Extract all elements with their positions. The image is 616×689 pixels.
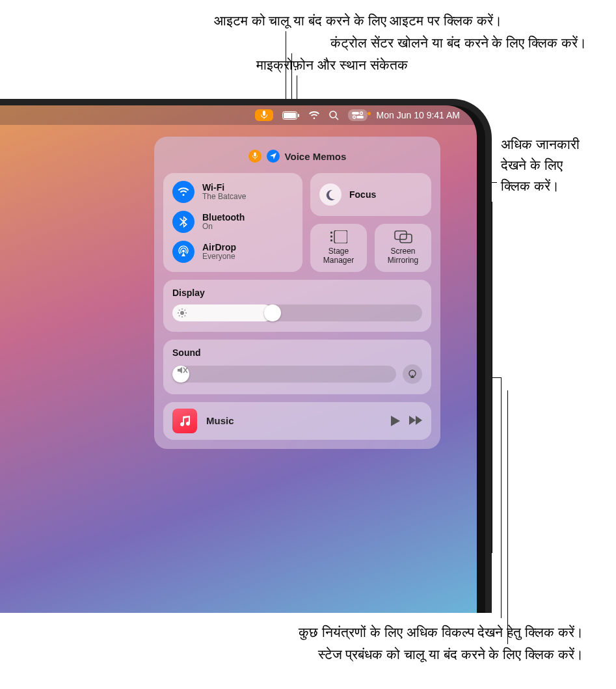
wifi-icon <box>308 111 320 120</box>
focus-label: Focus <box>349 189 376 200</box>
connectivity-tile[interactable]: Wi-Fi The Batcave Bluetooth On <box>163 173 302 272</box>
airplay-audio-button[interactable] <box>403 364 422 384</box>
sound-label: Sound <box>172 347 422 358</box>
active-app-label: Voice Memos <box>285 151 347 162</box>
wifi-title: Wi-Fi <box>202 182 246 193</box>
svg-point-8 <box>353 116 355 118</box>
svg-line-4 <box>336 117 338 120</box>
stage-manager-label: Stage Manager <box>313 247 364 265</box>
bluetooth-title: Bluetooth <box>202 212 245 223</box>
svg-point-3 <box>330 111 336 118</box>
bluetooth-subtitle: On <box>202 223 245 232</box>
indicator-dot <box>368 112 371 115</box>
callout-line <box>492 377 501 378</box>
menubar: Mon Jun 10 9:41 AM <box>0 105 477 125</box>
play-button[interactable] <box>391 416 400 426</box>
screen: Mon Jun 10 9:41 AM Voice Memos <box>0 105 477 613</box>
airdrop-icon <box>172 241 194 263</box>
wifi-toggle[interactable]: Wi-Fi The Batcave <box>172 181 293 203</box>
music-title: Music <box>206 415 382 426</box>
callout-text: कंट्रोल सेंटर खोलने या बंद करने के लिए क… <box>330 35 587 51</box>
control-center-icon <box>352 111 364 119</box>
svg-rect-5 <box>352 112 359 115</box>
svg-rect-1 <box>284 113 296 118</box>
menubar-wifi[interactable] <box>308 111 320 120</box>
callout-text: आइटम को चालू या बंद करने के लिए आइटम पर … <box>214 13 502 29</box>
search-icon <box>329 111 339 120</box>
screen-mirroring-label: Screen Mirroring <box>377 247 429 265</box>
callout-text: कुछ नियंत्रणों के लिए अधिक विकल्प देखने … <box>299 625 583 640</box>
mic-icon <box>252 152 258 160</box>
menubar-clock[interactable]: Mon Jun 10 9:41 AM <box>377 110 460 120</box>
svg-line-23 <box>179 315 180 316</box>
device-frame: Mon Jun 10 9:41 AM Voice Memos <box>0 99 492 613</box>
menubar-spotlight[interactable] <box>329 111 339 120</box>
wifi-icon <box>172 181 194 203</box>
sound-tile[interactable]: Sound <box>163 340 431 394</box>
screen-mirroring-icon <box>394 230 412 243</box>
svg-rect-2 <box>298 114 299 117</box>
wifi-subtitle: The Batcave <box>202 193 246 202</box>
screen-mirroring-tile[interactable]: Screen Mirroring <box>375 224 431 272</box>
svg-line-24 <box>185 310 185 310</box>
svg-point-16 <box>180 311 184 315</box>
location-indicator-badge <box>267 150 280 163</box>
music-app-icon <box>172 409 197 433</box>
airplay-icon <box>407 370 418 379</box>
svg-line-22 <box>185 315 185 316</box>
slider-thumb[interactable] <box>264 304 281 321</box>
mic-indicator-badge <box>248 150 261 163</box>
callout-text: स्टेज प्रबंधक को चालू या बंद करने के लिए… <box>318 647 583 662</box>
battery-icon <box>282 111 299 120</box>
airdrop-toggle[interactable]: AirDrop Everyone <box>172 241 293 263</box>
active-app-row[interactable]: Voice Memos <box>163 150 431 163</box>
callout-line <box>507 390 508 644</box>
focus-tile[interactable]: Focus <box>310 173 431 216</box>
bluetooth-toggle[interactable]: Bluetooth On <box>172 211 293 233</box>
airdrop-title: AirDrop <box>202 242 236 252</box>
svg-point-9 <box>182 250 185 252</box>
forward-icon <box>409 416 422 425</box>
callout-text: माइक्रोफ़ोन और स्थान संकेतक <box>256 57 408 73</box>
next-button[interactable] <box>409 416 422 426</box>
brightness-slider[interactable] <box>172 304 422 321</box>
callout-text: क्लिक करें। <box>501 178 559 194</box>
slider-fill <box>172 304 273 321</box>
svg-point-6 <box>360 112 362 115</box>
callout-text: देखने के लिए <box>501 157 563 173</box>
display-label: Display <box>172 288 422 298</box>
svg-rect-12 <box>330 239 332 241</box>
moon-icon <box>319 183 341 206</box>
menubar-battery[interactable] <box>282 111 299 120</box>
speaker-mute-icon <box>178 366 188 375</box>
bluetooth-icon <box>172 211 194 233</box>
stage-manager-icon <box>330 230 347 243</box>
svg-rect-13 <box>334 230 347 243</box>
callout-text: अधिक जानकारी <box>501 137 580 152</box>
svg-rect-10 <box>330 232 332 234</box>
sun-icon <box>178 308 187 317</box>
play-icon <box>391 416 400 426</box>
menubar-mic-indicator[interactable] <box>255 109 273 121</box>
mic-icon <box>260 111 268 120</box>
stage-manager-tile[interactable]: Stage Manager <box>310 224 367 272</box>
menubar-control-center[interactable] <box>348 109 368 121</box>
svg-line-21 <box>179 310 180 310</box>
svg-rect-11 <box>330 236 332 237</box>
location-icon <box>269 152 277 160</box>
display-tile[interactable]: Display <box>163 280 431 332</box>
svg-rect-7 <box>356 116 364 118</box>
control-center-panel: Voice Memos Wi-Fi The Batcave <box>154 137 440 449</box>
airdrop-subtitle: Everyone <box>202 252 236 262</box>
music-tile[interactable]: Music <box>163 402 431 440</box>
volume-slider[interactable] <box>172 366 396 383</box>
callout-line <box>501 377 502 618</box>
